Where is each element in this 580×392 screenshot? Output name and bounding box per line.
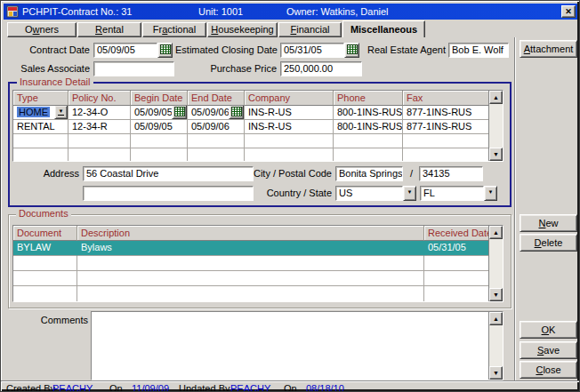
updated-on-label: On	[284, 383, 297, 392]
country-field[interactable]: US	[335, 186, 403, 201]
policy-no-cell[interactable]: 12-34-O	[68, 106, 131, 120]
scroll-up-icon[interactable]: ▲	[489, 312, 503, 325]
documents-header-row: Document Description Received Date	[13, 226, 503, 241]
close-window-button[interactable]: ✕	[561, 5, 576, 18]
estimated-closing-date-label: Estimated Closing Date	[175, 43, 277, 57]
scroll-down-icon[interactable]: ▼	[489, 366, 503, 380]
insurance-row-rental: RENTAL 12-34-R 05/09/05 05/09/06 INS-R-U…	[13, 120, 503, 134]
app-icon	[6, 5, 19, 20]
tab-fractional[interactable]: Fractional	[142, 22, 206, 37]
tab-rental[interactable]: Rental	[77, 22, 141, 37]
col-end-date: End Date	[188, 91, 245, 106]
policy-no-cell[interactable]: 12-34-R	[68, 120, 131, 134]
updated-by-value: PEACHY	[230, 383, 270, 392]
estimated-closing-date-calendar-button[interactable]	[344, 43, 359, 58]
tab-housekeeping[interactable]: Housekeeping	[207, 22, 278, 37]
col-policy-no: Policy No.	[68, 91, 131, 106]
documents-row-empty	[13, 286, 503, 301]
end-date-cell[interactable]: 05/09/06	[188, 106, 245, 120]
new-button[interactable]: New	[520, 214, 577, 232]
contract-date-calendar-button[interactable]	[157, 43, 173, 58]
insurance-detail-group: Insurance Detail Type Policy No. Begin D…	[8, 82, 512, 207]
real-estate-agent-label: Real Estate Agent	[362, 43, 446, 57]
ok-button[interactable]: OK	[520, 321, 577, 339]
col-phone: Phone	[334, 91, 403, 106]
col-document: Document	[13, 226, 77, 241]
state-field[interactable]: FL	[420, 186, 484, 201]
received-date-cell[interactable]: 05/31/05	[424, 241, 489, 256]
lov-down-icon: ▼	[407, 189, 413, 195]
documents-row-bylaw: BYLAW Bylaws 05/31/05	[13, 241, 503, 256]
begin-date-calendar-button[interactable]	[172, 106, 187, 119]
state-lov-button[interactable]: ▼	[484, 186, 497, 201]
insurance-row-empty	[13, 134, 503, 148]
attachment-button[interactable]: Attachment	[520, 40, 577, 58]
footer-divider	[1, 380, 580, 382]
calendar-icon	[174, 107, 185, 116]
created-on-label: On	[109, 383, 123, 392]
fax-cell[interactable]: 877-1INS-RUS	[403, 120, 489, 134]
tab-miscellaneous[interactable]: Miscellaneous	[342, 20, 425, 37]
tab-financial[interactable]: Financial	[278, 22, 342, 37]
country-lov-button[interactable]: ▼	[403, 186, 416, 201]
comments-field[interactable]: ▲ ▼	[91, 311, 503, 380]
country-state-label: Country / State	[223, 186, 332, 200]
col-type: Type	[13, 91, 68, 106]
company-cell[interactable]: INS-R-US	[245, 106, 334, 120]
scroll-up-icon[interactable]: ▲	[489, 91, 503, 104]
contract-date-field[interactable]: 05/09/05	[93, 43, 157, 58]
type-lov-button[interactable]: ▼	[54, 106, 68, 119]
city-postal-separator: /	[410, 168, 413, 179]
estimated-closing-date-field[interactable]: 05/31/05	[280, 43, 344, 58]
documents-row-empty	[13, 256, 503, 271]
save-button[interactable]: Save	[520, 341, 577, 359]
documents-table-scrollbar[interactable]: ▲ ▼	[488, 226, 503, 301]
window-title-owner: Owner: Watkins, Daniel	[286, 6, 389, 17]
calendar-icon	[231, 107, 242, 116]
purchase-price-field[interactable]: 250,000.00	[280, 61, 362, 76]
delete-button[interactable]: Delete	[520, 234, 577, 252]
end-date-calendar-button[interactable]	[229, 106, 244, 119]
scroll-up-icon[interactable]: ▲	[489, 226, 503, 239]
phone-cell[interactable]: 800-1INS-RUS	[334, 106, 403, 120]
type-cell[interactable]: HOME ▼	[13, 106, 68, 120]
col-description: Description	[77, 226, 424, 241]
documents-row-empty	[13, 271, 503, 286]
scroll-down-icon[interactable]: ▼	[489, 288, 503, 301]
created-on-value: 11/09/09	[132, 383, 169, 392]
col-fax: Fax	[403, 91, 489, 106]
documents-group: Documents Document Description Received …	[8, 214, 512, 308]
end-date-cell[interactable]: 05/09/06	[188, 120, 245, 134]
documents-group-label: Documents	[16, 208, 71, 220]
document-cell[interactable]: BYLAW	[13, 241, 77, 256]
window-title: PCHPIT-Contract No.: 31	[22, 6, 133, 17]
close-button[interactable]: Close	[520, 361, 577, 379]
lov-down-icon: ▼	[488, 189, 494, 195]
begin-date-cell[interactable]: 05/09/05	[131, 120, 188, 134]
col-received-date: Received Date	[424, 226, 489, 241]
phone-cell[interactable]: 800-1INS-RUS	[334, 120, 403, 134]
updated-on-value: 08/18/10	[306, 383, 344, 392]
tab-owners[interactable]: Owners	[7, 22, 77, 37]
company-cell[interactable]: INS-R-US	[245, 120, 334, 134]
contract-window: PCHPIT-Contract No.: 31 Unit: 1001 Owner…	[0, 0, 580, 392]
type-cell[interactable]: RENTAL	[13, 120, 68, 134]
description-cell[interactable]: Bylaws	[77, 241, 424, 256]
insurance-header-row: Type Policy No. Begin Date End Date Comp…	[13, 91, 503, 106]
purchase-price-label: Purchase Price	[175, 61, 277, 76]
insurance-table: Type Policy No. Begin Date End Date Comp…	[12, 90, 503, 162]
city-postal-label: City / Postal Code	[223, 166, 332, 180]
sales-associate-field[interactable]	[93, 61, 174, 76]
city-field[interactable]: Bonita Springs	[335, 166, 403, 181]
fax-cell[interactable]: 877-1INS-RUS	[403, 106, 489, 120]
calendar-icon	[347, 45, 358, 56]
real-estate-agent-field[interactable]: Bob E. Wolf	[448, 43, 509, 58]
comments-scrollbar[interactable]: ▲ ▼	[488, 312, 503, 380]
postal-code-field[interactable]: 34135	[419, 166, 483, 181]
scroll-down-icon[interactable]: ▼	[489, 148, 503, 161]
window-title-unit: Unit: 1001	[198, 6, 243, 17]
documents-table: Document Description Received Date BYLAW…	[12, 225, 503, 302]
begin-date-cell[interactable]: 05/09/05	[131, 106, 188, 120]
insurance-table-scrollbar[interactable]: ▲ ▼	[488, 91, 503, 161]
insurance-row-home: HOME ▼ 12-34-O 05/09/05 05/09/06 INS-R-U…	[13, 106, 503, 120]
